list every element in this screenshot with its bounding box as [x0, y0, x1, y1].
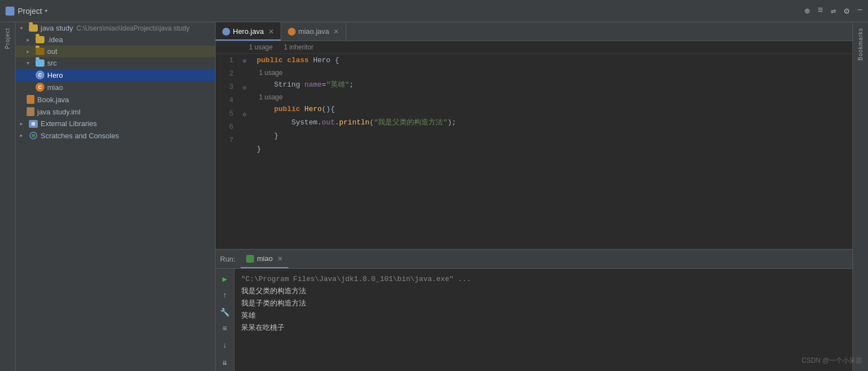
project-icon — [6, 7, 14, 16]
gutter-1: ⊙ — [238, 54, 251, 67]
class-icon-hero: C — [36, 71, 44, 79]
tree-label-out: out — [47, 47, 57, 56]
tree-item-hero[interactable]: C Hero — [16, 69, 215, 81]
tab-label-miao: miao.java — [298, 27, 330, 36]
line-number-1: 1 — [216, 54, 238, 67]
project-dropdown-arrow[interactable]: ▾ — [44, 7, 48, 15]
code-editor: 1 ⊙ 2 3 ◇ 4 — [216, 54, 852, 249]
run-output-line-0: "C:\Program Files\Java\jdk1.8.0_101\bin\… — [241, 273, 846, 285]
tree-label-iml: java study.iml — [37, 108, 81, 116]
tree-item-miao[interactable]: C miao — [16, 81, 215, 93]
line-row-5: 5 ◇ — [216, 107, 251, 121]
scratches-icon — [29, 131, 38, 140]
editor-area: Hero.java ✕ miao.java ✕ 1 usage 1 inheri… — [216, 22, 852, 371]
line-number-4: 4 — [216, 94, 238, 107]
usage-count[interactable]: 1 usage — [249, 43, 273, 51]
tab-label-hero: Hero.java — [233, 27, 264, 36]
run-up-button[interactable]: ↑ — [220, 290, 231, 301]
tree-item-iml[interactable]: java study.iml — [16, 106, 215, 118]
ext-lib-icon: ▦ — [29, 120, 38, 128]
tab-close-miao[interactable]: ✕ — [333, 28, 339, 36]
tab-icon-hero — [222, 28, 230, 36]
gutter-3: ◇ — [238, 81, 251, 94]
folder-icon-idea — [36, 36, 44, 43]
line-number-2: 2 — [216, 67, 238, 81]
run-output: "C:\Program Files\Java\jdk1.8.0_101\bin\… — [235, 269, 852, 371]
chevron-src — [27, 60, 33, 67]
run-down-button[interactable]: ↓ — [220, 340, 231, 351]
tree-item-book[interactable]: Book.java — [16, 93, 215, 106]
file-icon-book — [27, 95, 34, 104]
structure-icon[interactable]: ≡ — [818, 6, 824, 17]
tree-item-src[interactable]: src — [16, 57, 215, 69]
class-icon-miao: C — [36, 83, 44, 92]
folder-icon-java-study — [29, 24, 38, 32]
kw-public-1: public — [257, 54, 283, 67]
inheritor-count[interactable]: 1 inheritor — [284, 43, 313, 51]
run-align-button[interactable]: ≡ — [220, 323, 231, 334]
tab-miao-java[interactable]: miao.java ✕ — [281, 22, 347, 41]
minimize-icon[interactable]: − — [857, 6, 862, 17]
run-output-line-3: 英雄 — [241, 310, 846, 322]
method-hero: Hero — [305, 103, 322, 116]
kw-class: class — [287, 54, 309, 67]
cls-hero: Hero — [313, 54, 330, 67]
project-label[interactable]: Project — [4, 28, 11, 49]
str-yingxiong: "英雄" — [326, 78, 350, 92]
tree-item-java-study[interactable]: java study C:\Users\miao\IdeaProjects\ja… — [16, 22, 215, 34]
line-number-7: 7 — [216, 134, 238, 147]
tree-path-java-study: C:\Users\miao\IdeaProjects\java study — [77, 24, 189, 32]
line-row-1: 1 ⊙ — [216, 54, 251, 67]
run-tab-bar: Run: miao ✕ — [216, 250, 852, 269]
run-output-line-4: 呆呆在吃桃子 — [241, 322, 846, 334]
top-bar: Project ▾ ⊕ ≡ ⇌ ⚙ − — [0, 0, 868, 22]
tree-item-out[interactable]: out — [16, 46, 215, 57]
line-row-6: 6 — [216, 121, 251, 134]
run-tab-close[interactable]: ✕ — [277, 255, 283, 263]
chevron-idea — [27, 37, 33, 43]
tree-label-ext-lib: External Libraries — [41, 119, 97, 128]
tab-hero-java[interactable]: Hero.java ✕ — [216, 22, 281, 41]
line-row-4: 4 — [216, 94, 251, 107]
right-sidebar-strip: Bookmarks — [852, 22, 868, 371]
var-out: out — [322, 116, 335, 129]
tab-icon-miao — [288, 28, 296, 36]
line-number-3: 3 — [216, 81, 238, 94]
tree-item-scratches[interactable]: Scratches and Consoles — [16, 129, 215, 142]
usage-text-2[interactable]: 1 usage — [259, 93, 283, 101]
cls-system: System — [291, 116, 317, 129]
line-number-6: 6 — [216, 121, 238, 134]
run-wrench-button[interactable]: 🔧 — [220, 307, 231, 318]
code-line-3: public Hero (){ — [257, 103, 852, 116]
tree-label-hero: Hero — [47, 71, 63, 79]
cls-string: String — [274, 78, 300, 92]
file-tree-panel: java study C:\Users\miao\IdeaProjects\ja… — [16, 22, 216, 371]
tree-label-scratches: Scratches and Consoles — [41, 132, 119, 140]
run-format-button[interactable]: ⇊ — [220, 357, 231, 368]
run-play-button[interactable]: ▶ — [220, 273, 231, 284]
navigate-icon[interactable]: ⊕ — [805, 6, 810, 17]
line-row-3: 3 ◇ — [216, 81, 251, 94]
gutter-7 — [238, 134, 251, 147]
code-line-5: } — [257, 129, 852, 143]
usage-hints-bar: 1 usage 1 inheritor — [216, 41, 852, 54]
gutter-2 — [238, 67, 251, 81]
tree-item-idea[interactable]: .idea — [16, 34, 215, 46]
code-content[interactable]: public class Hero { 1 usage String — [251, 54, 852, 249]
code-line-1: public class Hero { — [257, 54, 852, 67]
tree-label-book: Book.java — [37, 96, 69, 104]
line-row-2: 2 — [216, 67, 251, 81]
toolbar-icons: ⊕ ≡ ⇌ ⚙ − — [805, 6, 862, 17]
bookmarks-label[interactable]: Bookmarks — [857, 28, 864, 61]
code-line-2: String name = "英雄" ; — [257, 78, 852, 92]
folder-icon-out — [36, 48, 44, 55]
scroll-icon[interactable]: ⇌ — [831, 6, 836, 17]
field-name: name — [305, 78, 322, 92]
usage-text-1[interactable]: 1 usage — [259, 69, 283, 77]
tree-item-ext-lib[interactable]: ▦ External Libraries — [16, 118, 215, 129]
usage-line-1: 1 usage — [257, 67, 852, 78]
code-line-6: } — [257, 143, 852, 156]
tab-close-hero[interactable]: ✕ — [268, 28, 274, 36]
gear-icon[interactable]: ⚙ — [844, 6, 850, 17]
run-tab-miao[interactable]: miao ✕ — [241, 250, 288, 268]
